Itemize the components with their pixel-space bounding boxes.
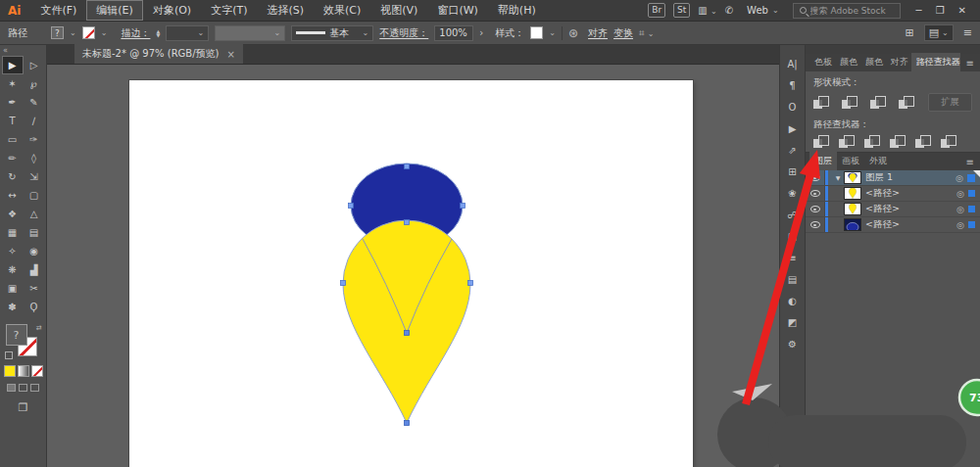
target-icon[interactable]: ◎: [955, 220, 966, 230]
layer-row[interactable]: <路径> ◎: [806, 217, 980, 233]
menu-item[interactable]: 文件(F): [30, 0, 86, 21]
layer-name[interactable]: 图层 1: [865, 171, 954, 184]
arrange-documents-icon[interactable]: ▥ ⌄: [698, 5, 716, 16]
merge-button[interactable]: [864, 135, 881, 149]
menu-item[interactable]: 帮助(H): [488, 0, 546, 21]
blend-tool[interactable]: ◉: [24, 242, 45, 260]
chevron-down-icon[interactable]: ⌄: [549, 28, 556, 37]
fill-color-well[interactable]: ?: [6, 324, 27, 346]
style-swatch[interactable]: [530, 26, 543, 39]
menu-item[interactable]: 窗口(W): [427, 0, 487, 21]
stock-button[interactable]: St: [673, 3, 690, 18]
bridge-button[interactable]: Br: [648, 3, 665, 18]
character-panel-icon[interactable]: A|: [782, 57, 804, 71]
opacity-label[interactable]: 不透明度：: [379, 26, 428, 40]
document-setup-icon[interactable]: ⊛: [568, 26, 578, 40]
menu-item[interactable]: 编辑(E): [86, 0, 143, 21]
minus-front-button[interactable]: [842, 96, 858, 110]
opentype-panel-icon[interactable]: O: [782, 100, 804, 115]
paintbrush-tool[interactable]: ✑: [24, 130, 45, 149]
direct-selection-tool[interactable]: ▷: [24, 56, 45, 74]
menu-item[interactable]: 文字(T): [201, 0, 257, 21]
image-trace-panel-icon[interactable]: ☍: [782, 208, 804, 222]
menu-item[interactable]: 选择(S): [257, 0, 314, 21]
transparency-panel-icon[interactable]: ◐: [782, 294, 804, 308]
opacity-more-icon[interactable]: ›: [479, 27, 483, 38]
crop-button[interactable]: [890, 135, 906, 149]
path-name[interactable]: <路径>: [865, 203, 955, 215]
panel-dock-toggle[interactable]: ▤ ⌄: [924, 24, 954, 41]
workspace-grid-icon[interactable]: ⊞: [905, 26, 913, 39]
width-tool[interactable]: ↔: [2, 186, 24, 205]
selection-indicator[interactable]: [968, 190, 975, 197]
tab-pathfinder[interactable]: 路径查找器: [911, 53, 960, 71]
symbol-sprayer-tool[interactable]: ❋: [2, 260, 24, 279]
fill-swatch[interactable]: ?: [51, 26, 64, 39]
slice-tool[interactable]: ✂: [24, 279, 45, 298]
tab-color[interactable]: 颜色: [835, 53, 860, 71]
variable-width-profile[interactable]: ⌄: [215, 25, 285, 41]
minus-back-button[interactable]: [941, 135, 957, 149]
search-input[interactable]: [810, 6, 899, 16]
selection-indicator[interactable]: [968, 206, 975, 212]
lasso-tool[interactable]: ℘: [24, 74, 45, 93]
trim-button[interactable]: [839, 135, 856, 149]
gradient-button[interactable]: [18, 365, 29, 377]
outline-button[interactable]: [915, 135, 932, 149]
rectangle-tool[interactable]: ▭: [2, 130, 24, 149]
export-panel-icon[interactable]: ⇗: [782, 143, 804, 158]
transform-panel-icon[interactable]: ⊞: [782, 164, 804, 179]
menu-item[interactable]: 对象(O): [143, 0, 201, 21]
tab-color-guide[interactable]: 颜色: [860, 53, 886, 71]
swap-fill-stroke-icon[interactable]: ⇄: [36, 324, 42, 332]
document-tab[interactable]: 未标题-2* @ 97% (RGB/预览) ×: [74, 44, 243, 64]
panel-menu-icon[interactable]: ≡: [960, 157, 980, 170]
paragraph-panel-icon[interactable]: ¶: [782, 78, 804, 93]
gradient-panel-icon[interactable]: ▤: [782, 272, 804, 287]
visibility-toggle[interactable]: [806, 186, 825, 201]
path-name[interactable]: <路径>: [865, 218, 955, 231]
panel-menu-icon[interactable]: ≡: [960, 58, 980, 71]
expand-button[interactable]: 扩展: [928, 93, 972, 112]
default-fill-stroke-icon[interactable]: [5, 351, 13, 359]
opacity-field[interactable]: 100%: [434, 25, 473, 41]
canvas-pasteboard[interactable]: [47, 65, 779, 467]
scale-tool[interactable]: ⇲: [24, 167, 45, 186]
pathfinder-panel-icon[interactable]: ◱: [782, 229, 804, 244]
stroke-swatch[interactable]: [82, 26, 95, 39]
swatches-panel-icon[interactable]: ◩: [782, 315, 804, 330]
shaper-tool[interactable]: ✏: [2, 149, 24, 167]
free-transform-tool[interactable]: ▢: [24, 186, 45, 205]
layer-row[interactable]: <路径> ◎: [806, 186, 980, 202]
tab-appearance[interactable]: 外观: [864, 152, 892, 170]
chevron-down-icon[interactable]: ⌄: [101, 28, 108, 37]
menu-item[interactable]: 视图(V): [370, 0, 427, 21]
close-button[interactable]: ✕: [958, 5, 966, 16]
exclude-button[interactable]: [899, 96, 915, 110]
gradient-tool[interactable]: ▤: [24, 223, 45, 242]
menu-item[interactable]: 效果(C): [314, 0, 370, 21]
stroke-weight-stepper[interactable]: ▲▼: [156, 29, 160, 37]
stroke-weight-field[interactable]: ⌄: [166, 25, 209, 41]
mesh-tool[interactable]: ▦: [2, 223, 24, 242]
column-graph-tool[interactable]: ▟: [24, 260, 45, 279]
expand-layer-icon[interactable]: ▼: [832, 174, 844, 181]
minimize-button[interactable]: ─: [916, 5, 922, 16]
draw-inside-button[interactable]: [30, 384, 39, 392]
layer-row[interactable]: <路径> ◎: [806, 202, 980, 217]
stroke-weight-label[interactable]: 描边：: [121, 26, 150, 40]
line-segment-tool[interactable]: ∕: [24, 112, 45, 130]
tab-layers[interactable]: 图层: [809, 152, 837, 170]
selection-indicator[interactable]: [968, 221, 975, 228]
target-icon[interactable]: ◎: [955, 205, 966, 214]
select-similar-icon[interactable]: ⌗ ⌄: [639, 27, 655, 39]
visibility-toggle[interactable]: [806, 217, 825, 232]
type-tool[interactable]: T: [2, 112, 24, 130]
workspace-switcher[interactable]: Web⌄: [741, 3, 785, 18]
align-link[interactable]: 对齐: [588, 26, 608, 40]
tab-align[interactable]: 对齐: [886, 53, 911, 71]
close-tab-icon[interactable]: ×: [226, 49, 234, 60]
chevron-down-icon[interactable]: ⌄: [70, 28, 76, 37]
eyedropper-tool[interactable]: ✧: [2, 242, 24, 260]
share-icon[interactable]: ✆: [725, 5, 733, 16]
